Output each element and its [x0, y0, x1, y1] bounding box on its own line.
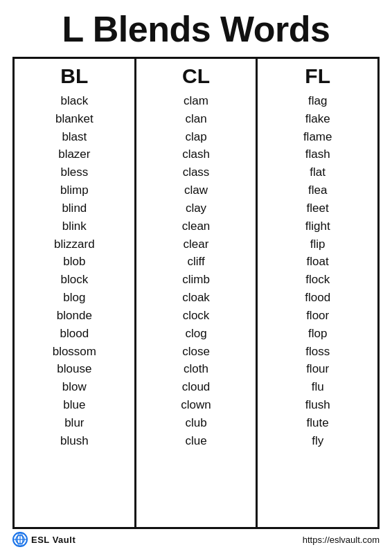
list-item: blue — [63, 396, 85, 414]
list-item: blush — [60, 432, 89, 450]
list-item: blast — [62, 128, 87, 146]
list-item: flake — [305, 110, 330, 128]
page: L Blends Words BL black blanket blast bl… — [0, 0, 392, 554]
list-item: flame — [303, 128, 332, 146]
list-item: cloak — [182, 289, 210, 307]
list-item: cloth — [184, 360, 208, 378]
list-item: claw — [184, 181, 208, 199]
footer: ESL Vault https://eslvault.com — [12, 529, 380, 548]
columns-container: BL black blanket blast blazer bless blim… — [12, 57, 380, 529]
list-item: clog — [185, 325, 206, 343]
list-item: clay — [186, 199, 206, 217]
list-item: clown — [181, 396, 211, 414]
list-item: blink — [62, 217, 87, 235]
list-item: club — [185, 414, 206, 432]
column-cl: CL clam clan clap clash class claw clay … — [136, 59, 258, 527]
list-item: blind — [62, 199, 87, 217]
footer-logo: ESL Vault — [12, 532, 75, 547]
list-item: block — [60, 271, 88, 289]
footer-url: https://eslvault.com — [303, 535, 380, 545]
list-item: close — [182, 343, 210, 361]
esl-vault-icon — [12, 532, 28, 547]
list-item: black — [60, 92, 88, 110]
list-item: clue — [185, 432, 206, 450]
list-item: clap — [185, 128, 206, 146]
list-item: blizzard — [54, 235, 95, 253]
list-item: flock — [305, 271, 330, 289]
list-item: flop — [308, 325, 327, 343]
list-item: blossom — [53, 343, 96, 361]
list-item: fleet — [307, 199, 329, 217]
page-title: L Blends Words — [12, 0, 380, 57]
list-item: blood — [60, 325, 89, 343]
list-item: blow — [62, 378, 87, 396]
list-item: bless — [60, 163, 88, 181]
list-item: floss — [305, 343, 330, 361]
column-bl: BL black blanket blast blazer bless blim… — [15, 59, 136, 527]
list-item: blog — [63, 289, 85, 307]
list-item: cloud — [182, 378, 211, 396]
column-fl: FL flag flake flame flash flat flea flee… — [258, 59, 377, 527]
list-item: clan — [185, 110, 206, 128]
list-item: flag — [308, 92, 327, 110]
col-header-fl: FL — [305, 64, 330, 88]
list-item: flat — [310, 163, 326, 181]
list-item: blob — [63, 253, 85, 271]
list-item: flip — [310, 235, 326, 253]
list-item: blanket — [55, 110, 93, 128]
list-item: flea — [308, 181, 327, 199]
list-item: clean — [182, 217, 211, 235]
list-item: flour — [306, 360, 329, 378]
list-item: cliff — [187, 253, 204, 271]
list-item: flight — [305, 217, 330, 235]
list-item: flash — [305, 145, 330, 163]
list-item: clear — [184, 235, 209, 253]
list-item: clam — [184, 92, 208, 110]
list-item: flute — [307, 414, 329, 432]
list-item: class — [183, 163, 210, 181]
col-header-bl: BL — [60, 64, 88, 88]
list-item: climb — [182, 271, 210, 289]
footer-logo-text: ESL Vault — [31, 535, 75, 545]
list-item: flu — [312, 378, 324, 396]
list-item: fly — [312, 432, 323, 450]
list-item: float — [307, 253, 329, 271]
list-item: blouse — [57, 360, 91, 378]
list-item: blur — [64, 414, 84, 432]
col-header-cl: CL — [182, 64, 210, 88]
list-item: flush — [305, 396, 330, 414]
list-item: clash — [182, 145, 210, 163]
list-item: flood — [305, 289, 330, 307]
list-item: blazer — [58, 145, 90, 163]
list-item: floor — [306, 307, 329, 325]
list-item: clock — [183, 307, 210, 325]
list-item: blonde — [57, 307, 92, 325]
list-item: blimp — [60, 181, 89, 199]
